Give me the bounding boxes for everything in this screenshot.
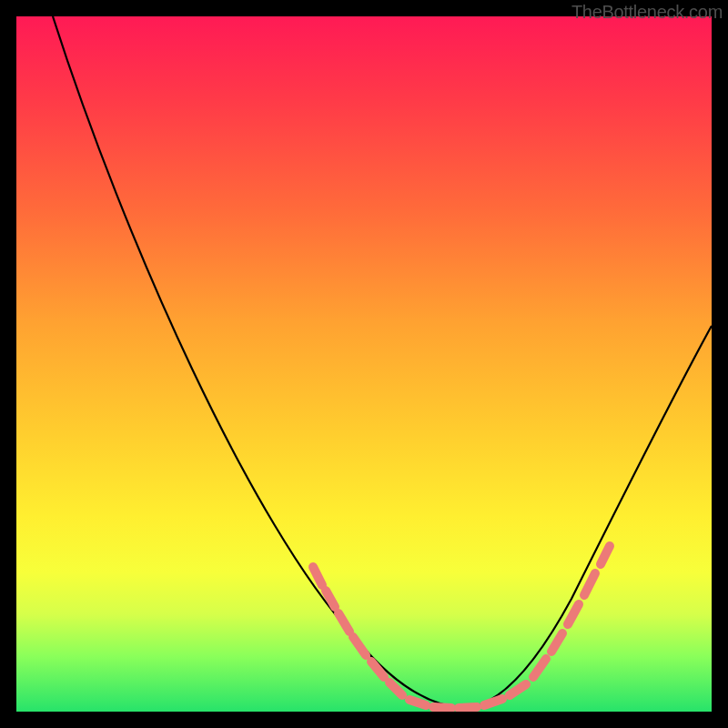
- bottleneck-curve: [53, 16, 712, 708]
- svg-line-7: [433, 707, 451, 708]
- svg-line-2: [339, 613, 349, 632]
- plot-area: [16, 16, 712, 712]
- pink-dashes-right: [533, 546, 610, 677]
- svg-line-13: [568, 604, 579, 624]
- svg-line-10: [510, 684, 526, 695]
- chart-container: TheBottleneck.com: [0, 0, 728, 728]
- svg-line-6: [410, 700, 426, 705]
- svg-line-9: [484, 699, 502, 705]
- svg-line-5: [389, 682, 402, 695]
- svg-line-3: [353, 637, 366, 655]
- svg-line-4: [371, 662, 384, 677]
- svg-line-15: [601, 546, 610, 564]
- svg-line-8: [459, 707, 477, 708]
- svg-line-12: [551, 633, 562, 652]
- watermark-text: TheBottleneck.com: [571, 2, 723, 23]
- curve-svg: [16, 16, 712, 712]
- svg-line-11: [533, 659, 546, 677]
- svg-line-0: [313, 567, 322, 585]
- pink-dashes-bottom: [410, 684, 526, 708]
- svg-line-14: [584, 573, 595, 595]
- pink-dashes-left: [313, 567, 402, 695]
